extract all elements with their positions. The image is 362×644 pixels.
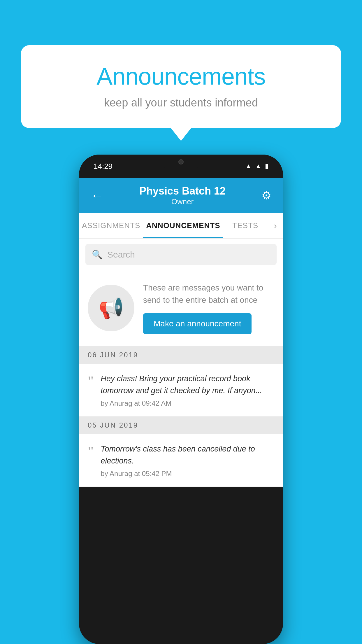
speech-bubble-subtitle: keep all your students informed <box>44 97 318 109</box>
announcement-content-1: Hey class! Bring your practical record b… <box>101 373 274 407</box>
phone-wrapper: 14:29 ▲ ▲ ▮ ← Physics Batch 12 Owner ⚙ A… <box>21 155 341 644</box>
quote-icon-1: " <box>88 374 94 388</box>
search-icon: 🔍 <box>92 249 103 260</box>
tab-tests[interactable]: TESTS <box>223 213 268 238</box>
status-bar: 14:29 ▲ ▲ ▮ <box>79 155 283 178</box>
date-separator-1: 06 JUN 2019 <box>79 346 283 364</box>
tabs-more-button[interactable]: › <box>268 213 283 238</box>
announcement-item-2[interactable]: " Tomorrow's class has been cancelled du… <box>79 434 283 487</box>
tab-announcements[interactable]: ANNOUNCEMENTS <box>143 213 223 238</box>
megaphone-icon: 📢 <box>99 296 124 320</box>
promo-description: These are messages you want to send to t… <box>143 282 274 306</box>
phone-frame: 14:29 ▲ ▲ ▮ ← Physics Batch 12 Owner ⚙ A… <box>79 155 283 644</box>
tab-assignments[interactable]: ASSIGNMENTS <box>79 213 143 238</box>
date-separator-2: 05 JUN 2019 <box>79 416 283 434</box>
announcement-meta-2: by Anurag at 05:42 PM <box>101 470 274 478</box>
search-placeholder: Search <box>107 250 135 260</box>
search-bar-container: 🔍 Search <box>79 239 283 270</box>
announcement-item-1[interactable]: " Hey class! Bring your practical record… <box>79 364 283 416</box>
notch <box>161 155 201 169</box>
app-bar: ← Physics Batch 12 Owner ⚙ <box>79 178 283 213</box>
signal-icon: ▲ <box>255 162 261 170</box>
tabs-bar: ASSIGNMENTS ANNOUNCEMENTS TESTS › <box>79 213 283 239</box>
app-bar-title-area: Physics Batch 12 Owner <box>106 185 259 206</box>
announcement-text-2: Tomorrow's class has been cancelled due … <box>101 443 274 467</box>
settings-button[interactable]: ⚙ <box>259 186 274 205</box>
make-announcement-button[interactable]: Make an announcement <box>143 313 252 334</box>
front-camera <box>178 159 184 164</box>
wifi-icon: ▲ <box>245 162 252 170</box>
speech-bubble: Announcements keep all your students inf… <box>21 45 341 128</box>
status-time: 14:29 <box>94 162 113 171</box>
app-bar-title: Physics Batch 12 <box>106 185 259 197</box>
promo-icon-circle: 📢 <box>88 285 134 331</box>
promo-card: 📢 These are messages you want to send to… <box>79 270 283 346</box>
quote-icon-2: " <box>88 444 94 459</box>
speech-bubble-section: Announcements keep all your students inf… <box>21 45 341 128</box>
speech-bubble-title: Announcements <box>44 63 318 90</box>
status-icons: ▲ ▲ ▮ <box>245 162 268 170</box>
battery-icon: ▮ <box>265 162 268 170</box>
promo-content: These are messages you want to send to t… <box>143 282 274 334</box>
screen-content: 🔍 Search 📢 These are messages you want t… <box>79 239 283 487</box>
announcement-meta-1: by Anurag at 09:42 AM <box>101 399 274 407</box>
app-bar-subtitle: Owner <box>106 197 259 206</box>
back-button[interactable]: ← <box>88 185 106 206</box>
announcement-text-1: Hey class! Bring your practical record b… <box>101 373 274 396</box>
announcement-content-2: Tomorrow's class has been cancelled due … <box>101 443 274 478</box>
search-input-wrapper[interactable]: 🔍 Search <box>85 244 277 265</box>
